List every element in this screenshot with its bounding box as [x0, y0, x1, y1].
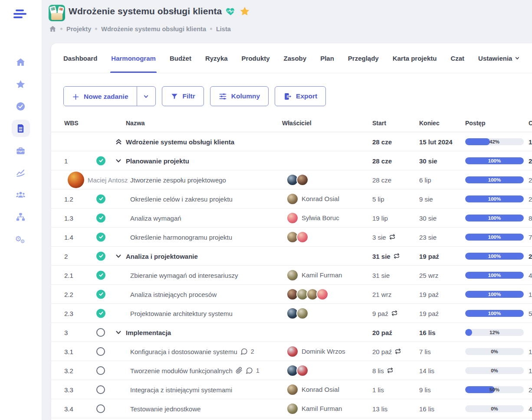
end-date[interactable]: 16 lis — [419, 329, 436, 336]
task-name[interactable]: Planowanie projektu — [126, 157, 189, 164]
progress-bar[interactable]: 12% — [465, 329, 524, 336]
task-name[interactable]: Określenie celów i zakresu projektu — [130, 195, 233, 202]
start-date[interactable]: 31 sie — [372, 252, 400, 260]
task-name[interactable]: Testowanie jednostkowe — [130, 405, 201, 412]
progress-bar[interactable]: 100% — [465, 215, 524, 221]
tab-plan[interactable]: Plan — [320, 43, 334, 73]
owner-avatar[interactable] — [286, 193, 299, 205]
task-name[interactable]: Zbieranie wymagań od interesariuszy — [130, 271, 238, 279]
start-date[interactable]: 31 sie — [372, 271, 390, 279]
task-name[interactable]: Określenie harmonogramu projektu — [130, 233, 232, 241]
tab-zasoby[interactable]: Zasoby — [284, 43, 307, 73]
progress-bar[interactable]: 0% — [465, 367, 524, 374]
start-date[interactable]: 1 lis — [372, 386, 384, 393]
col-header-owner[interactable]: Właściciel — [282, 120, 312, 127]
status-done-icon[interactable] — [96, 251, 105, 260]
end-date[interactable]: 9 lis — [419, 386, 431, 393]
sidebar-item-home[interactable] — [12, 53, 30, 71]
progress-bar[interactable]: 100% — [465, 310, 524, 317]
sidebar-item-chart[interactable] — [12, 164, 30, 181]
start-date[interactable]: 8 lis — [372, 367, 393, 374]
progress-bar[interactable]: 100% — [465, 176, 524, 183]
task-name[interactable]: Integracja z istniejącymi systemami — [130, 386, 232, 393]
end-date[interactable]: 19 paź — [419, 309, 439, 317]
sidebar-item-star[interactable] — [12, 75, 30, 93]
tab-harmonogram[interactable]: Harmonogram — [111, 43, 156, 73]
end-date[interactable]: 15 lut 2024 — [419, 138, 453, 145]
task-name[interactable]: Wdrożenie systemu obsługi klienta — [126, 138, 234, 145]
hamburger-menu-icon[interactable] — [13, 10, 27, 20]
col-header-name[interactable]: Nazwa — [126, 120, 145, 127]
status-done-icon[interactable] — [96, 290, 105, 299]
assignee-avatar[interactable] — [68, 172, 84, 188]
end-date[interactable]: 19 paź — [419, 252, 439, 260]
start-date[interactable]: 21 wrz — [372, 290, 391, 298]
task-name[interactable]: Jtworzenie zespołu projektowego — [130, 176, 226, 183]
start-date[interactable]: 5 lip — [372, 195, 384, 202]
status-done-icon[interactable] — [96, 194, 105, 203]
new-task-dropdown-button[interactable] — [137, 87, 155, 106]
progress-bar[interactable]: 50% — [465, 386, 524, 393]
task-name[interactable]: Projektowanie architektury systemu — [130, 309, 233, 317]
export-button[interactable]: Export — [275, 86, 326, 106]
status-open-icon[interactable] — [96, 366, 105, 375]
col-header-end[interactable]: Koniec — [419, 120, 440, 127]
owner-avatar[interactable] — [286, 269, 299, 281]
tab-ryzyka[interactable]: Ryzyka — [205, 43, 228, 73]
owner-avatar[interactable] — [296, 231, 309, 243]
start-date[interactable]: 19 lip — [372, 214, 388, 221]
home-icon[interactable] — [49, 25, 56, 33]
col-header-start[interactable]: Start — [372, 120, 386, 127]
owner-avatar[interactable] — [286, 403, 299, 415]
owner-avatar[interactable] — [286, 212, 299, 224]
start-date[interactable]: 20 paź — [372, 348, 401, 355]
group-collapse-toggle[interactable] — [115, 253, 122, 260]
task-name[interactable]: Tworzenie modułów funkcjonalnych1 — [130, 367, 259, 374]
tab-karta-projektu[interactable]: Karta projektu — [393, 43, 437, 73]
progress-bar[interactable]: 100% — [465, 253, 524, 260]
end-date[interactable]: 14 lis — [419, 367, 434, 374]
task-name[interactable]: Analiza istniejących procesów — [130, 290, 217, 298]
progress-bar[interactable]: 0% — [465, 348, 524, 355]
start-date[interactable]: 28 cze — [372, 176, 391, 183]
comment-icon[interactable] — [246, 367, 253, 374]
end-date[interactable]: 7 lis — [419, 348, 431, 355]
tab-budżet[interactable]: Budżet — [170, 43, 191, 73]
col-header-progress[interactable]: Postęp — [465, 120, 486, 127]
task-name[interactable]: Analiza i projektowanie — [126, 252, 198, 260]
breadcrumb-item[interactable]: Wdrożenie systemu obsługi klienta — [101, 26, 206, 33]
end-date[interactable]: 23 sie — [419, 233, 437, 241]
task-name[interactable]: Implementacja — [126, 329, 171, 336]
start-date[interactable]: 13 lis — [372, 405, 388, 412]
task-name[interactable]: Analiza wymagań — [130, 214, 181, 221]
end-date[interactable]: 6 lip — [419, 176, 431, 183]
status-open-icon[interactable] — [96, 328, 105, 337]
sidebar-item-sitemap[interactable] — [12, 208, 30, 225]
progress-bar[interactable]: 0% — [465, 405, 524, 412]
progress-bar[interactable]: 100% — [465, 234, 524, 241]
progress-bar[interactable]: 100% — [465, 291, 524, 298]
tab-dashboard[interactable]: Dashboard — [63, 43, 97, 73]
comment-icon[interactable] — [240, 348, 248, 355]
col-header-wbs[interactable]: WBS — [64, 120, 79, 127]
start-date[interactable]: 9 paź — [372, 309, 397, 317]
owner-avatar[interactable] — [296, 174, 309, 186]
progress-bar[interactable]: 100% — [465, 195, 524, 202]
col-header-duration[interactable]: C — [529, 120, 532, 127]
status-done-icon[interactable] — [96, 270, 105, 280]
end-date[interactable]: 9 sie — [419, 195, 433, 202]
start-date[interactable]: 20 paź — [372, 329, 392, 336]
owner-avatar[interactable] — [286, 384, 299, 396]
status-done-icon[interactable] — [96, 232, 105, 241]
status-done-icon[interactable] — [96, 156, 105, 165]
status-done-icon[interactable] — [96, 213, 105, 222]
owner-avatar[interactable] — [286, 345, 299, 358]
owner-avatar[interactable] — [296, 365, 309, 377]
end-date[interactable]: 16 lis — [419, 405, 434, 412]
group-collapse-toggle[interactable] — [115, 157, 122, 164]
start-date[interactable]: 28 cze — [372, 157, 392, 164]
owner-avatar[interactable] — [316, 288, 328, 300]
progress-bar[interactable]: 42% — [465, 138, 524, 145]
progress-bar[interactable]: 100% — [465, 157, 524, 164]
tab-ustawienia[interactable]: Ustawienia — [478, 43, 520, 73]
